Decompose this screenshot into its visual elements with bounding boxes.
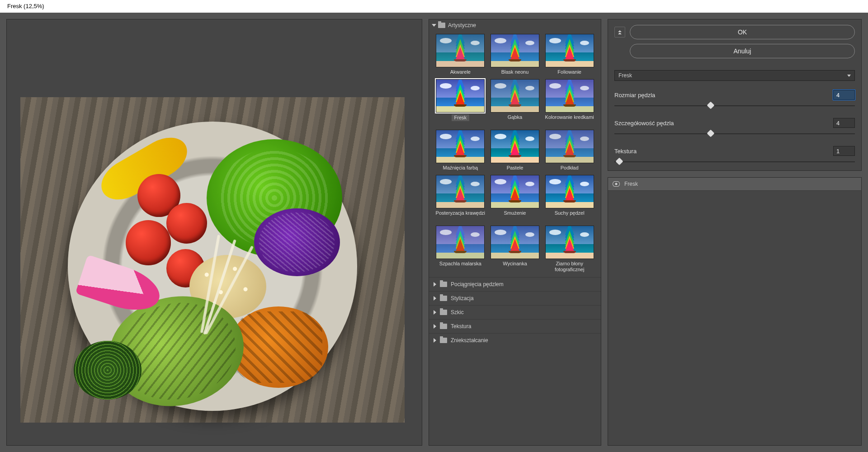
filter-thumb-label: Posteryzacja krawędzi	[436, 210, 485, 222]
collapse-panel-button[interactable]	[614, 27, 625, 38]
filter-thumb-posteryzacja-krawędzi[interactable]: Posteryzacja krawędzi	[435, 175, 486, 222]
filter-thumb-label: Maźnięcia farbą	[443, 165, 478, 171]
filter-thumb-label: Smużenie	[504, 210, 526, 217]
slider-track	[614, 105, 855, 106]
thumbnail-grid: AkwareleBlask neonuFoliowanieFreskGąbkaK…	[429, 31, 601, 277]
disclosure-triangle-icon	[434, 338, 436, 343]
effect-layer-name: Fresk	[624, 181, 638, 187]
filter-thumb-szpachla-malarska[interactable]: Szpachla malarska	[435, 226, 486, 273]
filter-thumb-image	[436, 130, 485, 163]
disclosure-triangle-icon	[432, 24, 436, 27]
ok-button[interactable]: OK	[630, 25, 855, 39]
cancel-button[interactable]: Anuluj	[630, 44, 855, 58]
slider-thumb[interactable]	[707, 102, 714, 109]
disclosure-triangle-icon	[434, 296, 436, 301]
effect-layers-panel: Fresk	[608, 177, 862, 446]
category-header-tekstura[interactable]: Tekstura	[429, 319, 601, 333]
filter-thumb-kolorowanie-kredkami[interactable]: Kolorowanie kredkami	[544, 79, 594, 126]
filter-thumb-image	[545, 226, 594, 259]
category-header-szkic[interactable]: Szkic	[429, 305, 601, 319]
filter-thumb-label: Podkład	[561, 165, 579, 171]
window-titlebar: Fresk (12,5%)	[0, 0, 868, 13]
controls-panel: OK Anuluj Fresk Rozmiar pędzlaSzczegółow…	[608, 19, 862, 171]
button-row: OK	[614, 25, 855, 39]
filter-thumb-maźnięcia-farbą[interactable]: Maźnięcia farbą	[435, 130, 486, 171]
category-label: Artystyczne	[448, 22, 476, 28]
effect-layer-row[interactable]: Fresk	[608, 178, 861, 191]
filter-thumb-pastele[interactable]: Pastele	[490, 130, 540, 171]
filter-select[interactable]: Fresk	[614, 70, 855, 81]
param-rozmiar-pędzla: Rozmiar pędzla	[614, 90, 855, 109]
filter-thumb-suchy-pędzel[interactable]: Suchy pędzel	[544, 175, 594, 222]
button-row: Anuluj	[614, 44, 855, 58]
filter-thumb-fresk[interactable]: Fresk	[435, 79, 486, 126]
param-label: Szczegółowość pędzla	[614, 120, 674, 127]
filter-thumb-label: Kolorowanie kredkami	[545, 114, 594, 126]
filter-thumb-image	[436, 226, 485, 259]
filter-thumb-label: Wycinanka	[503, 261, 527, 267]
preview-panel	[6, 19, 422, 446]
visibility-eye-icon[interactable]	[613, 180, 620, 188]
right-column: OK Anuluj Fresk Rozmiar pędzlaSzczegółow…	[608, 19, 862, 446]
param-slider[interactable]	[614, 103, 855, 109]
param-label: Tekstura	[614, 148, 637, 155]
category-label: Stylizacja	[451, 295, 474, 301]
folder-icon	[440, 324, 447, 329]
folder-icon	[440, 310, 447, 315]
filter-thumb-label: Suchy pędzel	[555, 210, 585, 217]
filter-select-value: Fresk	[618, 72, 632, 79]
param-input[interactable]	[833, 118, 855, 128]
category-label: Tekstura	[451, 323, 471, 330]
filter-thumb-podkład[interactable]: Podkład	[544, 130, 594, 171]
filters-panel: Artystyczne AkwareleBlask neonuFoliowani…	[429, 19, 601, 446]
filter-thumb-image	[491, 79, 539, 113]
category-label: Zniekształcanie	[451, 337, 488, 344]
category-header-pociągnięcia-pędzlem[interactable]: Pociągnięcia pędzlem	[429, 277, 601, 291]
filter-thumb-ziarno-błony-fotograficznej[interactable]: Ziarno błony fotograficznej	[544, 226, 594, 273]
filter-thumb-label: Szpachla malarska	[439, 261, 481, 273]
food-tomato	[166, 203, 207, 244]
param-input[interactable]	[833, 90, 855, 100]
category-header-artystyczne[interactable]: Artystyczne	[429, 19, 601, 31]
filter-thumb-label: Pastele	[507, 165, 524, 171]
preview-plate	[68, 122, 357, 411]
filter-thumb-image	[491, 175, 539, 208]
disclosure-triangle-icon	[434, 282, 436, 287]
filter-thumb-image	[436, 34, 485, 67]
preview-image[interactable]	[20, 97, 405, 423]
param-label: Rozmiar pędzla	[614, 92, 655, 99]
slider-thumb[interactable]	[707, 130, 714, 137]
filter-thumb-image	[545, 130, 594, 163]
category-header-stylizacja[interactable]: Stylizacja	[429, 291, 601, 305]
folder-icon	[440, 296, 447, 301]
filter-thumb-label: Fresk	[452, 114, 470, 121]
filter-gallery-window: Fresk (12,5%)	[0, 0, 868, 452]
food-tomato	[126, 220, 171, 265]
param-input[interactable]	[833, 146, 855, 156]
filter-thumb-foliowanie[interactable]: Foliowanie	[544, 34, 594, 75]
filter-thumb-image	[545, 79, 594, 113]
filter-thumb-gąbka[interactable]: Gąbka	[490, 79, 540, 126]
filter-thumb-smużenie[interactable]: Smużenie	[490, 175, 540, 222]
category-label: Szkic	[451, 309, 464, 315]
filter-thumb-wycinanka[interactable]: Wycinanka	[490, 226, 540, 273]
slider-thumb[interactable]	[615, 158, 623, 165]
filter-thumb-image	[545, 34, 594, 67]
param-row: Rozmiar pędzla	[614, 90, 855, 100]
filter-thumb-image	[491, 130, 539, 163]
param-slider[interactable]	[614, 131, 855, 137]
filter-thumb-label: Blask neonu	[501, 69, 529, 75]
folder-icon	[440, 338, 447, 343]
filter-thumb-blask-neonu[interactable]: Blask neonu	[490, 34, 540, 75]
slider-track	[614, 133, 855, 134]
disclosure-triangle-icon	[434, 310, 436, 315]
filter-thumb-label: Akwarele	[450, 69, 471, 75]
filter-thumb-image	[491, 34, 539, 67]
filter-thumb-label: Ziarno błony fotograficznej	[544, 261, 594, 273]
param-slider[interactable]	[614, 159, 855, 165]
filter-select-row: Fresk	[614, 70, 855, 81]
disclosure-triangle-icon	[434, 324, 436, 329]
category-header-zniekształcanie[interactable]: Zniekształcanie	[429, 333, 601, 347]
food-sprouts	[74, 341, 142, 400]
filter-thumb-akwarele[interactable]: Akwarele	[435, 34, 486, 75]
